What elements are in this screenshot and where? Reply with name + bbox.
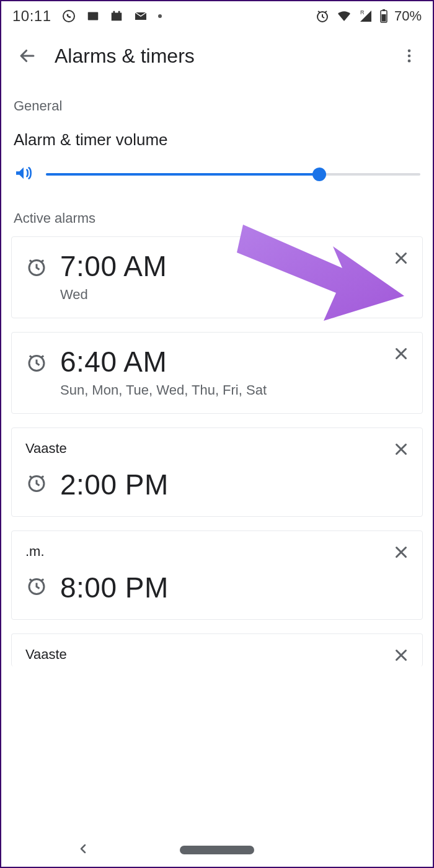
alarm-card[interactable]: 7:00 AM Wed bbox=[11, 236, 423, 318]
more-options-button[interactable] bbox=[392, 38, 427, 73]
mail-icon bbox=[133, 9, 148, 24]
alarm-status-icon bbox=[315, 9, 330, 24]
dismiss-alarm-button[interactable] bbox=[389, 341, 414, 366]
calendar-icon bbox=[110, 9, 123, 23]
status-time: 10:11 bbox=[12, 7, 51, 25]
alarm-time: 8:00 PM bbox=[60, 571, 169, 604]
slider-thumb[interactable] bbox=[312, 168, 326, 181]
more-notifications-dot bbox=[158, 14, 162, 18]
svg-rect-4 bbox=[118, 11, 120, 14]
alarm-clock-icon bbox=[25, 575, 48, 599]
battery-percentage: 70% bbox=[394, 8, 422, 24]
signal-icon: R bbox=[358, 9, 373, 24]
alarm-card[interactable]: .m. 8:00 PM bbox=[11, 530, 423, 620]
volume-label: Alarm & timer volume bbox=[14, 130, 420, 150]
svg-rect-2 bbox=[111, 13, 122, 21]
section-general-label: General bbox=[14, 98, 420, 114]
volume-icon bbox=[14, 163, 33, 186]
svg-rect-10 bbox=[381, 14, 386, 22]
status-bar: 10:11 R 70% bbox=[1, 1, 433, 31]
dismiss-alarm-button[interactable] bbox=[389, 540, 414, 565]
volume-slider[interactable] bbox=[46, 166, 420, 183]
wifi-icon bbox=[336, 9, 352, 24]
svg-rect-1 bbox=[87, 12, 98, 20]
page-title: Alarms & timers bbox=[55, 45, 392, 68]
back-button[interactable] bbox=[7, 36, 47, 76]
svg-point-11 bbox=[408, 50, 411, 53]
whatsapp-icon bbox=[61, 9, 76, 24]
app-bar: Alarms & timers bbox=[1, 31, 433, 81]
nav-bar bbox=[1, 833, 433, 867]
alarm-time: 2:00 PM bbox=[60, 468, 169, 501]
nav-home-pill[interactable] bbox=[180, 846, 254, 854]
battery-icon bbox=[379, 9, 388, 24]
alarm-title: Vaaste bbox=[25, 441, 409, 457]
alarm-card[interactable]: Vaaste 2:00 PM bbox=[11, 427, 423, 517]
alarm-time: 6:40 AM bbox=[60, 345, 267, 378]
svg-rect-9 bbox=[383, 9, 385, 11]
alarm-clock-icon bbox=[25, 351, 48, 376]
alarm-days: Wed bbox=[60, 287, 167, 303]
dismiss-alarm-button[interactable] bbox=[389, 437, 414, 462]
dismiss-alarm-button[interactable] bbox=[389, 246, 414, 271]
folder-icon bbox=[86, 9, 100, 23]
svg-point-12 bbox=[408, 55, 411, 58]
nav-back-button[interactable] bbox=[76, 841, 91, 859]
alarm-clock-icon bbox=[25, 256, 48, 280]
alarm-card[interactable]: Vaaste bbox=[11, 633, 423, 666]
alarm-title: Vaaste bbox=[25, 647, 409, 663]
svg-rect-3 bbox=[113, 11, 115, 14]
svg-point-13 bbox=[408, 60, 411, 63]
alarm-days: Sun, Mon, Tue, Wed, Thu, Fri, Sat bbox=[60, 382, 267, 398]
alarm-title: .m. bbox=[25, 544, 409, 560]
svg-text:R: R bbox=[360, 9, 365, 16]
dismiss-alarm-button[interactable] bbox=[389, 643, 414, 668]
alarm-clock-icon bbox=[25, 472, 48, 496]
section-active-alarms-label: Active alarms bbox=[14, 210, 420, 226]
alarm-time: 7:00 AM bbox=[60, 249, 167, 283]
alarm-card[interactable]: 6:40 AM Sun, Mon, Tue, Wed, Thu, Fri, Sa… bbox=[11, 332, 423, 414]
